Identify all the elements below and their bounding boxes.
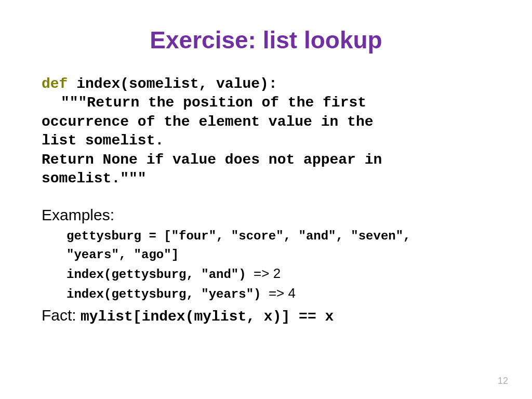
fact-line: Fact: mylist[index(mylist, x)] == x (42, 307, 490, 325)
example-3-arrow: => (269, 285, 284, 301)
example-3: index(gettysburg, "years") => 4 (66, 285, 490, 302)
example-2-result: 2 (269, 265, 281, 281)
slide-title: Exercise: list lookup (42, 26, 490, 54)
def-keyword: def (42, 76, 68, 92)
example-3-code: index(gettysburg, "years") (66, 287, 269, 301)
example-1-line-a: gettysburg = ["four", "score", "and", "s… (66, 228, 490, 244)
docstring-line-5: somelist.""" (42, 170, 147, 187)
example-1-line-b: "years", "ago"] (66, 247, 490, 263)
examples-block: gettysburg = ["four", "score", "and", "s… (42, 228, 490, 302)
examples-label: Examples: (42, 206, 490, 224)
fact-label: Fact: (42, 307, 81, 324)
example-2-arrow: => (254, 265, 269, 281)
function-signature: index(somelist, value): (68, 76, 277, 92)
example-3-result: 4 (284, 285, 296, 301)
code-definition-block: def index(somelist, value): """Return th… (42, 75, 490, 188)
fact-code: mylist[index(mylist, x)] == x (81, 309, 334, 325)
example-2-code: index(gettysburg, "and") (66, 268, 254, 282)
docstring-line-1: """Return the position of the first (61, 95, 366, 111)
page-number: 12 (498, 376, 508, 387)
example-2: index(gettysburg, "and") => 2 (66, 265, 490, 283)
docstring-line-4: Return None if value does not appear in (42, 152, 382, 168)
docstring-line-2: occurrence of the element value in the (42, 114, 374, 130)
docstring-line-3: list somelist. (42, 132, 164, 149)
